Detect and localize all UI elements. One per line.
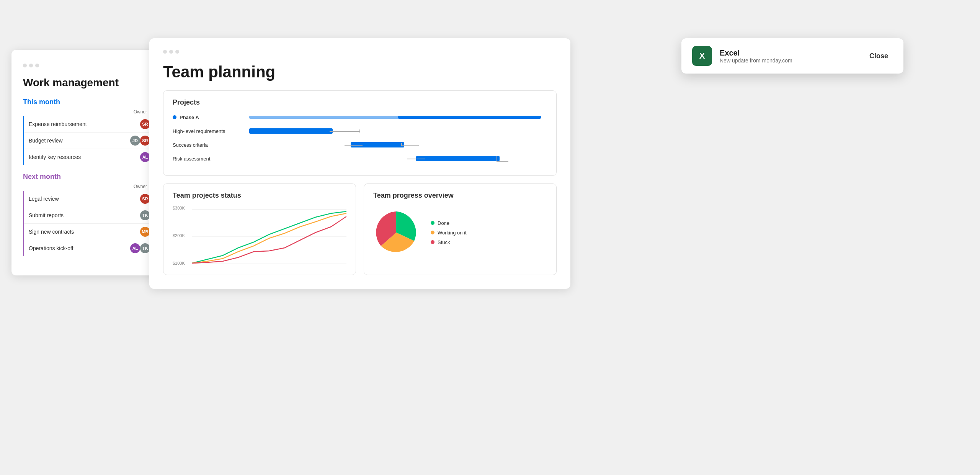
dot-2 [29, 64, 33, 67]
table-row: Submit reports TK [24, 207, 161, 224]
table-row: Operations kick-off AL TK [24, 240, 161, 256]
excel-notification: X Excel New update from monday.com Close [681, 38, 903, 74]
avatar: SR [140, 119, 150, 129]
gantt-connector [407, 159, 425, 159]
close-button[interactable]: Close [865, 49, 893, 63]
table-row: Budget review JD SR [24, 133, 161, 149]
this-month-task-list: Expense reimbursement SR Budget review J… [23, 116, 161, 165]
excel-icon-wrap: X [692, 46, 712, 66]
phase-dot [173, 115, 176, 119]
task-name: Submit reports [29, 212, 140, 218]
legend-item-stuck: Stuck [431, 239, 467, 245]
line-chart: $300K $200K $100K [173, 206, 346, 267]
legend-label-working: Working on it [438, 230, 467, 236]
gantt-label-phase-a: Phase A [173, 115, 249, 120]
gantt-label-sc: Success criteria [173, 142, 249, 148]
task-name: Operations kick-off [29, 245, 130, 251]
pie-section: Done Working on it Stuck [373, 206, 547, 259]
work-mgmt-title: Work management [23, 77, 161, 89]
gantt-bar-ra [416, 156, 500, 161]
table-row: Legal review SR [24, 191, 161, 207]
work-management-card: Work management This month Owner Expense… [11, 50, 172, 275]
legend-dot-stuck [431, 240, 434, 244]
projects-section: Projects Phase A High-level requirements [163, 90, 557, 176]
gantt-connector-h2 [497, 161, 508, 162]
task-name: Sign new contracts [29, 229, 140, 235]
team-progress-overview-card: Team progress overview [364, 183, 557, 275]
team-progress-title: Team progress overview [373, 192, 547, 200]
table-row: Sign new contracts MB [24, 224, 161, 240]
card-window-dots [163, 50, 557, 54]
chart-svg-area [192, 206, 346, 267]
task-name: Budget review [29, 138, 130, 144]
dot-1 [23, 64, 27, 67]
dot-3 [35, 64, 39, 67]
gantt-bar-end [398, 116, 541, 119]
gantt-label-hlr: High-level requirements [173, 128, 249, 134]
gantt-label-ra: Risk assessment [173, 156, 249, 162]
avatar: TK [140, 210, 150, 220]
next-month-task-list: Legal review SR Submit reports TK Sign n… [23, 191, 161, 256]
team-planning-title: Team planning [163, 63, 557, 81]
dot-2 [169, 50, 173, 54]
notification-text: Excel New update from monday.com [720, 49, 857, 64]
gantt-bar-hlr [249, 128, 333, 134]
team-projects-status-title: Team projects status [173, 192, 346, 200]
pie-chart [373, 210, 419, 256]
avatar: SR [140, 194, 150, 204]
avatar: MB [140, 227, 150, 237]
legend-dot-working [431, 231, 434, 234]
legend-label-stuck: Stuck [438, 239, 450, 245]
task-name: Identify key resources [29, 154, 140, 160]
projects-title: Projects [173, 98, 547, 106]
bottom-row: Team projects status $300K $200K $100K [163, 183, 557, 275]
notification-app-name: Excel [720, 49, 857, 57]
y-label-100k: $100K [173, 261, 185, 265]
gantt-connector [345, 145, 363, 146]
table-row: Expense reimbursement SR [24, 116, 161, 133]
dot-1 [163, 50, 167, 54]
card-window-dots [23, 64, 161, 67]
gantt-area-ra [249, 154, 547, 163]
task-name: Expense reimbursement [29, 121, 140, 127]
avatar: SR [140, 136, 150, 146]
y-axis-labels: $300K $200K $100K [173, 206, 185, 267]
avatar: AL [140, 152, 150, 162]
table-row: Identify key resources AL [24, 149, 161, 165]
avatar: TK [140, 243, 150, 253]
y-label-200k: $200K [173, 233, 185, 238]
gantt-connector-v [359, 129, 360, 133]
gantt-area-hlr [249, 126, 547, 136]
avatar: AL [130, 243, 140, 253]
y-label-300k: $300K [173, 206, 185, 210]
legend-item-done: Done [431, 220, 467, 226]
gantt-connector-end [497, 156, 497, 161]
gantt-row-hlr: High-level requirements [173, 126, 547, 136]
gantt-row-sc: Success criteria [173, 140, 547, 149]
legend-item-working: Working on it [431, 230, 467, 236]
gantt-connector-h [401, 145, 419, 146]
task-name: Legal review [29, 196, 140, 202]
gantt-connector [330, 131, 359, 132]
excel-icon: X [699, 51, 705, 61]
legend-label-done: Done [438, 220, 449, 226]
legend-dot-done [431, 221, 434, 225]
team-planning-card: Team planning Projects Phase A High-leve… [149, 38, 570, 289]
gantt-area-phase-a [249, 113, 547, 122]
next-month-label: Next month [23, 173, 161, 181]
gantt-row-ra: Risk assessment [173, 154, 547, 163]
pie-legend: Done Working on it Stuck [431, 220, 467, 245]
dot-3 [175, 50, 179, 54]
gantt-row-phase-a: Phase A [173, 113, 547, 122]
notification-message: New update from monday.com [720, 57, 857, 64]
next-month-owner-header: Owner [23, 184, 161, 189]
avatar: JD [130, 136, 140, 146]
this-month-owner-header: Owner [23, 109, 161, 115]
gantt-area-sc [249, 140, 547, 149]
team-projects-status-card: Team projects status $300K $200K $100K [163, 183, 356, 275]
this-month-label: This month [23, 98, 161, 106]
